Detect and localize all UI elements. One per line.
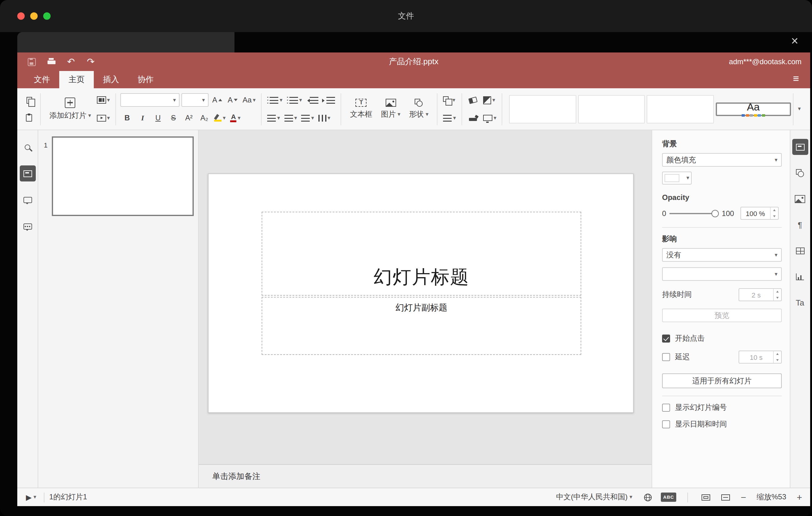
add-slide-button[interactable]: 添加幻灯片▾	[45, 91, 95, 127]
zoom-out-button[interactable]: −	[739, 492, 748, 503]
subtitle-placeholder[interactable]: 幻灯片副标题	[262, 297, 581, 355]
spinner-down-button[interactable]	[774, 357, 781, 363]
zoom-in-button[interactable]: +	[795, 492, 804, 503]
theme-gallery-expand-button[interactable]: ▾	[793, 93, 805, 125]
shape-settings-tab[interactable]	[792, 165, 808, 181]
font-size-combo[interactable]: ▾	[181, 93, 208, 107]
delay-checkbox[interactable]	[662, 353, 670, 361]
menu-icon[interactable]: ≡	[789, 71, 803, 88]
chat-button[interactable]	[20, 219, 35, 234]
background-color-select[interactable]: ▾	[662, 172, 692, 184]
table-settings-tab[interactable]	[792, 242, 808, 259]
fit-width-icon	[722, 494, 730, 500]
theme-tile[interactable]	[509, 95, 576, 123]
show-date-time-checkbox[interactable]	[662, 420, 670, 428]
start-slideshow-status-button[interactable]: ▶ ▾	[24, 490, 39, 504]
theme-tile[interactable]	[578, 95, 645, 123]
slide-layout-button[interactable]: ▾	[95, 93, 111, 107]
language-select[interactable]: 中文(中华人民共和国) ▾	[553, 490, 635, 504]
subscript-button[interactable]: A₂	[198, 111, 211, 125]
insert-image-button[interactable]: 图片▾	[377, 91, 405, 127]
document-language-button[interactable]	[641, 490, 654, 504]
spinner-up-button[interactable]	[774, 289, 781, 295]
slides-panel-button[interactable]	[20, 165, 35, 181]
apply-to-all-slides-button[interactable]: 适用于所有幻灯片	[662, 373, 782, 388]
copy-button[interactable]	[22, 93, 36, 107]
redo-button[interactable]: ↷	[85, 56, 96, 68]
underline-button[interactable]: U	[151, 111, 165, 125]
copy-style-button[interactable]	[466, 111, 480, 125]
print-button[interactable]	[46, 56, 57, 68]
strikeout-button[interactable]: S	[167, 111, 180, 125]
insert-textbox-button[interactable]: T 文本框	[346, 91, 377, 127]
start-on-click-checkbox[interactable]	[662, 335, 670, 343]
opacity-max-label: 100	[722, 209, 734, 218]
decrease-font-button[interactable]: A	[226, 93, 239, 107]
tab-file[interactable]: 文件	[25, 71, 59, 88]
slideshow-icon	[96, 114, 106, 121]
arrange-shape-button[interactable]: ▾	[442, 93, 457, 107]
paragraph-settings-tab[interactable]: ¶	[792, 217, 808, 233]
background-label: 背景	[662, 139, 782, 149]
preview-button[interactable]: 预览	[662, 309, 782, 322]
close-icon[interactable]: ×	[787, 33, 802, 48]
background-fill-select[interactable]: 颜色填充 ▾	[662, 153, 782, 167]
tab-home[interactable]: 主页	[59, 71, 94, 88]
slide-size-button[interactable]: ▾	[482, 111, 498, 125]
numbering-button[interactable]: ▾	[286, 93, 303, 107]
slide[interactable]: 幻灯片标题 幻灯片副标题	[208, 173, 634, 413]
undo-button[interactable]: ↶	[65, 56, 77, 68]
slide-settings-tab[interactable]	[792, 139, 808, 155]
increase-font-button[interactable]: A	[210, 93, 224, 107]
superscript-button[interactable]: A²	[182, 111, 196, 125]
textart-settings-tab[interactable]: Ta	[792, 294, 808, 311]
vertical-align-button[interactable]: ▾	[283, 111, 298, 125]
chart-settings-tab[interactable]	[792, 268, 808, 285]
effect-option-select[interactable]: ▾	[662, 267, 782, 281]
horizontal-align-button[interactable]: ▾	[266, 111, 281, 125]
slide-thumbnail[interactable]	[52, 136, 194, 216]
font-color-button[interactable]: A▾	[229, 111, 242, 125]
increase-indent-button[interactable]	[322, 93, 337, 107]
highlight-color-button[interactable]: ▾	[213, 111, 227, 125]
shape-fill-button[interactable]: ▾	[482, 93, 496, 107]
search-button[interactable]	[20, 139, 35, 155]
start-slideshow-button[interactable]: ▾	[95, 111, 111, 125]
theme-tile-selected[interactable]: Aa	[716, 102, 791, 116]
align-shape-button[interactable]: ▾	[442, 111, 457, 125]
theme-tile[interactable]	[647, 95, 714, 123]
spinner-down-button[interactable]	[770, 213, 778, 219]
change-case-button[interactable]: Aa▾	[241, 93, 257, 107]
paste-button[interactable]	[22, 111, 36, 125]
decrease-indent-button[interactable]	[305, 93, 320, 107]
image-settings-tab[interactable]	[792, 191, 808, 207]
spinner-down-button[interactable]	[774, 295, 781, 300]
tab-collaboration[interactable]: 协作	[128, 71, 163, 88]
clear-style-button[interactable]	[466, 93, 480, 107]
line-spacing-button[interactable]: ▾	[300, 111, 315, 125]
effect-select[interactable]: 没有 ▾	[662, 248, 782, 262]
theme-color-swatch	[754, 114, 757, 116]
spinner-up-button[interactable]	[770, 207, 778, 213]
fit-width-button[interactable]	[719, 490, 733, 504]
opacity-slider[interactable]	[669, 209, 719, 217]
notes-area[interactable]: 单击添加备注	[199, 464, 651, 488]
opacity-input[interactable]: 100 %	[740, 207, 778, 220]
insert-shape-button[interactable]: 形状▾	[405, 91, 433, 127]
bold-button[interactable]: B	[120, 111, 134, 125]
save-button[interactable]	[26, 56, 37, 68]
spell-check-button[interactable]: ABC	[661, 492, 676, 502]
spinner-up-button[interactable]	[774, 351, 781, 357]
delay-input[interactable]: 10 s	[738, 351, 782, 364]
italic-button[interactable]: I	[136, 111, 149, 125]
tab-insert[interactable]: 插入	[94, 71, 128, 88]
font-name-combo[interactable]: ▾	[120, 93, 179, 107]
bullets-button[interactable]: ▾	[266, 93, 284, 107]
fit-slide-button[interactable]	[699, 490, 713, 504]
duration-input[interactable]: 2 s	[738, 288, 782, 301]
comments-button[interactable]	[20, 192, 35, 208]
slider-knob[interactable]	[711, 209, 719, 217]
show-slide-number-checkbox[interactable]	[662, 404, 670, 412]
title-placeholder[interactable]: 幻灯片标题	[262, 212, 581, 296]
columns-button[interactable]: ▾	[317, 111, 332, 125]
